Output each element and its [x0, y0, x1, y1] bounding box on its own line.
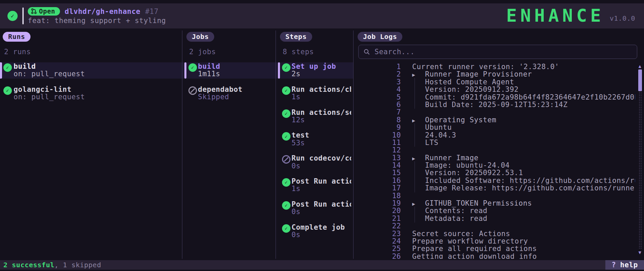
log-line: 25Prepare all required actions — [354, 245, 635, 252]
job-row[interactable]: ✓build1m11s — [182, 62, 276, 79]
log-line-text: Current runner version: '2.328.0' — [401, 63, 559, 70]
log-line: 15Version: 20250922.53.1 — [354, 169, 635, 176]
scrollbar-thumb[interactable] — [638, 69, 642, 91]
run-row[interactable]: ✓buildon: pull_request — [0, 62, 182, 79]
item-duration: on: pull_request — [14, 93, 180, 101]
item-name: test — [291, 131, 351, 139]
header-divider — [22, 7, 24, 24]
success-icon: ✓ — [188, 63, 197, 72]
item-duration: 2s — [291, 70, 351, 78]
success-icon: ✓ — [282, 63, 290, 72]
run-row[interactable]: ✓golangci-linton: pull_request — [0, 85, 182, 102]
log-line-number: 13 — [354, 154, 401, 162]
item-name: Set up job — [291, 63, 351, 70]
expand-triangle-icon: ▶ — [412, 71, 425, 79]
log-line-number: 8 — [354, 116, 401, 124]
log-lines: 1Current runner version: '2.328.0'2▶Runn… — [354, 63, 635, 259]
log-line-number: 24 — [354, 237, 401, 245]
success-icon: ✓ — [282, 178, 290, 187]
item-duration: 0s — [291, 208, 351, 215]
log-line: 24Prepare workflow directory — [354, 237, 635, 245]
top-bar: ✓ Open dlvhdr/gh-enhance #17 feat: themi… — [0, 3, 644, 28]
log-line-number: 14 — [354, 162, 401, 169]
log-line-text: Prepare all required actions — [401, 245, 537, 252]
log-line-number: 3 — [354, 78, 401, 86]
item-name: build — [14, 63, 180, 70]
item-duration: 53s — [291, 139, 351, 147]
step-row[interactable]: ✓test53s — [276, 131, 353, 147]
log-line-text — [401, 108, 412, 116]
expand-triangle-icon: ▶ — [412, 200, 425, 208]
step-row[interactable]: ✓Post Run actions…1s — [276, 177, 353, 193]
log-line-number: 18 — [354, 192, 401, 200]
log-line-text: Secret source: Actions — [401, 230, 510, 237]
log-line-text: Commit: d921fda672a98b64f4f82364647e2f10… — [401, 93, 635, 101]
success-icon: ✓ — [282, 86, 290, 95]
steps-pane: Steps 8 steps ✓Set up job2s✓Run actions/… — [276, 30, 353, 259]
log-line-number: 10 — [354, 131, 401, 139]
jobs-pane: Jobs 2 jobs ✓build1m11sdependabotSkipped — [182, 30, 276, 259]
log-line-number: 23 — [354, 230, 401, 237]
app-logo: ENHANCE — [506, 8, 604, 24]
runs-count: 2 runs — [0, 48, 182, 56]
scroll-down-icon[interactable]: ▼ — [637, 250, 643, 255]
log-search-bar[interactable] — [358, 45, 637, 59]
log-viewport[interactable]: 1Current runner version: '2.328.0'2▶Runn… — [354, 63, 635, 259]
success-icon: ✓ — [282, 132, 290, 141]
log-line-number: 21 — [354, 215, 401, 222]
scroll-up-icon[interactable]: ▲ — [637, 64, 643, 68]
job-logs-pane: Job Logs 1Current runner version: '2.328… — [353, 30, 644, 259]
skipped-icon — [282, 155, 290, 164]
log-line[interactable]: 8▶Operating System — [354, 116, 635, 124]
log-search-input[interactable] — [375, 48, 632, 56]
log-line: 6Build Date: 2025-09-12T15:23:14Z — [354, 101, 635, 108]
step-row[interactable]: ✓Run actions/chec…1s — [276, 85, 353, 102]
scrollbar-track[interactable] — [639, 69, 642, 249]
log-line-text — [401, 192, 412, 200]
step-row[interactable]: Run codecov/code…0s — [276, 154, 353, 170]
log-scrollbar[interactable]: ▲ ▼ — [637, 63, 643, 255]
log-line-text: Build Date: 2025-09-12T15:23:14Z — [401, 101, 568, 108]
log-line-text: Getting action download info — [401, 253, 537, 259]
log-line: 3Hosted Compute Agent — [354, 78, 635, 86]
help-button[interactable]: ? help — [605, 260, 644, 270]
log-line-text: Hosted Compute Agent — [401, 78, 514, 86]
item-duration: 1m11s — [198, 70, 274, 78]
log-line[interactable]: 13▶Runner Image — [354, 154, 635, 162]
log-line-number: 15 — [354, 169, 401, 176]
log-line-number: 16 — [354, 177, 401, 184]
item-duration: Skipped — [198, 93, 274, 101]
step-row[interactable]: ✓Set up job2s — [276, 62, 353, 79]
log-line: 23Secret source: Actions — [354, 230, 635, 237]
help-key: ? — [611, 261, 616, 269]
log-line: 1Current runner version: '2.328.0' — [354, 63, 635, 70]
selection-bar — [0, 62, 2, 79]
jobs-pane-title: Jobs — [186, 32, 214, 42]
log-line-number: 19 — [354, 200, 401, 207]
item-duration: on: pull_request — [14, 70, 180, 78]
log-line-number: 1 — [354, 63, 401, 70]
log-line: 17Image Release: https://github.com/acti… — [354, 184, 635, 192]
step-row[interactable]: ✓Run actions/setu…12s — [276, 108, 353, 125]
pr-title-block: Open dlvhdr/gh-enhance #17 feat: theming… — [28, 7, 166, 25]
runs-pane: Runs 2 runs ✓buildon: pull_request✓golan… — [0, 30, 182, 259]
item-name: dependabot — [198, 86, 274, 93]
item-name: Run actions/setu… — [291, 109, 351, 116]
log-line-number: 9 — [354, 124, 401, 131]
jobs-count: 2 jobs — [182, 48, 276, 56]
pr-title: feat: theming support + styling — [28, 17, 166, 25]
log-line-text: ▶Operating System — [401, 116, 496, 124]
log-line[interactable]: 2▶Runner Image Provisioner — [354, 70, 635, 78]
log-line[interactable]: 19▶GITHUB_TOKEN Permissions — [354, 200, 635, 207]
item-duration: 12s — [291, 116, 351, 124]
log-line-number: 26 — [354, 253, 401, 259]
log-line-number: 25 — [354, 245, 401, 252]
step-row[interactable]: ✓Post Run actions…0s — [276, 200, 353, 216]
log-line-text: ▶GITHUB_TOKEN Permissions — [401, 200, 532, 207]
success-icon: ✓ — [3, 63, 12, 72]
step-row[interactable]: ✓Complete job0s — [276, 223, 353, 239]
log-line-number: 20 — [354, 207, 401, 214]
job-row[interactable]: dependabotSkipped — [182, 85, 276, 102]
log-line-text: LTS — [401, 139, 438, 146]
app-logo-block: ENHANCE v1.0.0 — [506, 8, 635, 24]
